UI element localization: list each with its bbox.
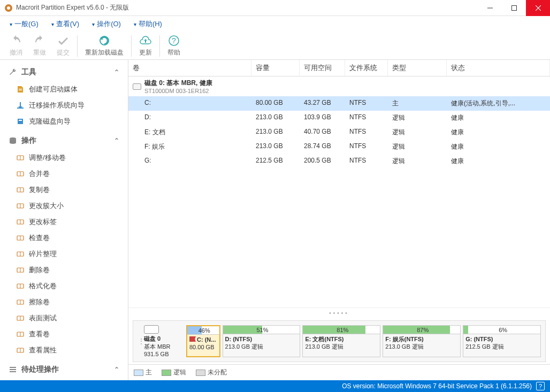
window-title: Macrorit Partition Expert v5.6.0 - 无限版 — [16, 3, 478, 12]
sidebar-item-label: 删除卷 — [29, 265, 50, 275]
operation-icon — [16, 282, 25, 290]
sidebar-op-item[interactable]: 查看卷 — [0, 326, 128, 342]
partition-block[interactable]: 6% G: (NTFS)212.5 GB 逻辑 — [463, 325, 541, 357]
volume-row[interactable]: G:212.5 GB200.5 GB NTFS逻辑健康 — [128, 154, 550, 168]
svg-point-8 — [10, 137, 16, 140]
app-logo-icon — [4, 4, 13, 12]
partition-block[interactable]: 51% D: (NTFS)213.0 GB 逻辑 — [223, 325, 301, 357]
sidebar-op-item[interactable]: 更改簇大小 — [0, 198, 128, 214]
partition-block[interactable]: 46% C: (N...80.00 GB — [186, 325, 220, 357]
sidebar-op-item[interactable]: 更改标签 — [0, 214, 128, 230]
disk-header[interactable]: 磁盘 0: 基本 MBR, 健康 ST1000DM 003-1ER162 — [128, 76, 550, 96]
close-button[interactable] — [526, 0, 550, 16]
title-bar: Macrorit Partition Expert v5.6.0 - 无限版 — [0, 0, 550, 16]
sidebar-op-item[interactable]: 查看属性 — [0, 342, 128, 358]
col-capacity[interactable]: 容量 — [251, 60, 300, 76]
menu-view[interactable]: ▾查看(V) — [46, 17, 85, 31]
refresh-button[interactable]: 更新 — [134, 33, 157, 58]
info-icon[interactable]: ? — [536, 382, 545, 390]
tool-icon — [16, 85, 25, 94]
help-button[interactable]: ?帮助 — [162, 33, 186, 58]
col-status[interactable]: 状态 — [447, 60, 550, 76]
operation-icon — [16, 250, 25, 258]
sidebar-op-item[interactable]: 格式化卷 — [0, 278, 128, 294]
svg-rect-3 — [511, 5, 516, 10]
sidebar-tool-item[interactable]: 克隆磁盘向导 — [0, 113, 128, 129]
legend-logical-swatch — [162, 370, 171, 376]
menu-operate[interactable]: ▾操作(O) — [87, 17, 126, 31]
minimize-button[interactable] — [478, 0, 502, 16]
col-type[interactable]: 类型 — [388, 60, 447, 76]
volume-row[interactable]: F: 娱乐213.0 GB28.74 GB NTFS逻辑健康 — [128, 140, 550, 154]
col-volume[interactable]: 卷 — [128, 60, 251, 76]
splitter[interactable]: ••••• — [128, 308, 550, 318]
menu-bar: ▾一般(G) ▾查看(V) ▾操作(O) ▾帮助(H) — [0, 16, 550, 32]
tool-icon — [16, 101, 25, 110]
operation-icon — [16, 298, 25, 306]
volume-row[interactable]: C:80.00 GB43.27 GB NTFS主健康(活动,系统,引导,... — [128, 96, 550, 111]
operation-icon — [16, 186, 25, 194]
legend-unallocated-swatch — [196, 370, 205, 376]
sidebar-pending-header[interactable]: 待处理操作⌃ — [0, 360, 128, 379]
content-area: 卷 容量 可用空间 文件系统 类型 状态 磁盘 0: 基本 MBR, 健康 ST… — [128, 60, 550, 380]
sidebar-op-item[interactable]: 合并卷 — [0, 166, 128, 182]
collapse-icon: ⌃ — [114, 366, 119, 373]
operation-icon — [16, 346, 25, 355]
sidebar-item-label: 表面测试 — [29, 313, 57, 323]
collapse-icon: ⌃ — [114, 68, 119, 76]
table-header: 卷 容量 可用空间 文件系统 类型 状态 — [128, 60, 550, 76]
sidebar: 工具⌃ 创建可启动媒体迁移操作系统向导克隆磁盘向导 操作⌃ 调整/移动卷合并卷复… — [0, 60, 128, 380]
operation-icon — [16, 153, 25, 162]
operation-icon — [16, 202, 25, 210]
status-bar: OS version: Microsoft Windows 7 64-bit S… — [0, 380, 550, 392]
undo-button[interactable]: 撤消 — [4, 33, 28, 58]
sidebar-op-item[interactable]: 复制卷 — [0, 182, 128, 198]
sidebar-item-label: 克隆磁盘向导 — [29, 117, 71, 126]
undo-icon — [10, 34, 22, 47]
drag-handle-icon[interactable]: ⋮⋮ — [138, 325, 142, 357]
partition-block[interactable]: 81% E: 文档(NTFS)213.0 GB 逻辑 — [302, 325, 380, 357]
sidebar-tool-item[interactable]: 迁移操作系统向导 — [0, 97, 128, 113]
help-icon: ? — [167, 34, 180, 47]
sidebar-op-item[interactable]: 调整/移动卷 — [0, 150, 128, 166]
operation-icon — [16, 330, 25, 339]
col-free[interactable]: 可用空间 — [300, 60, 345, 76]
sidebar-item-label: 创建可启动媒体 — [29, 84, 78, 94]
sidebar-item-label: 更改标签 — [29, 217, 57, 227]
volume-row[interactable]: D:213.0 GB103.9 GB NTFS逻辑健康 — [128, 111, 550, 125]
operation-icon — [16, 314, 25, 322]
sidebar-item-label: 擦除卷 — [29, 297, 50, 307]
menu-general[interactable]: ▾一般(G) — [4, 17, 44, 31]
menu-help[interactable]: ▾帮助(H) — [128, 17, 167, 31]
disk-drive-icon — [144, 325, 159, 334]
sidebar-op-item[interactable]: 表面测试 — [0, 310, 128, 326]
wrench-icon — [9, 68, 17, 76]
sidebar-op-item[interactable]: 删除卷 — [0, 262, 128, 278]
redo-button[interactable]: 重做 — [28, 33, 51, 58]
volume-list: C:80.00 GB43.27 GB NTFS主健康(活动,系统,引导,... … — [128, 96, 550, 168]
col-filesystem[interactable]: 文件系统 — [345, 60, 388, 76]
list-icon — [9, 365, 17, 374]
sidebar-op-item[interactable]: 检查卷 — [0, 230, 128, 246]
sidebar-item-label: 迁移操作系统向导 — [29, 101, 85, 110]
sidebar-op-item[interactable]: 擦除卷 — [0, 294, 128, 310]
sidebar-tools-header[interactable]: 工具⌃ — [0, 63, 128, 81]
sidebar-item-label: 查看卷 — [29, 329, 50, 339]
tool-icon — [16, 117, 25, 126]
cloud-upload-icon — [139, 34, 152, 47]
sidebar-op-item[interactable]: 碎片整理 — [0, 246, 128, 262]
commit-button[interactable]: 提交 — [51, 33, 75, 58]
legend-primary-swatch — [134, 370, 143, 376]
collapse-icon: ⌃ — [114, 137, 119, 144]
volume-row[interactable]: E: 文档213.0 GB40.70 GB NTFS逻辑健康 — [128, 125, 550, 140]
redo-icon — [33, 34, 46, 47]
sidebar-ops-header[interactable]: 操作⌃ — [0, 132, 128, 150]
disk-icon — [9, 136, 17, 145]
sidebar-tool-item[interactable]: 创建可启动媒体 — [0, 81, 128, 97]
maximize-button[interactable] — [502, 0, 526, 16]
disk-map-info[interactable]: 磁盘 0 基本 MBR 931.5 GB — [144, 325, 184, 357]
sidebar-item-label: 复制卷 — [29, 185, 50, 195]
partition-block[interactable]: 87% F: 娱乐(NTFS)213.0 GB 逻辑 — [383, 325, 461, 357]
legend: 主 逻辑 未分配 — [128, 364, 550, 380]
reload-button[interactable]: 重新加载磁盘 — [80, 33, 129, 58]
